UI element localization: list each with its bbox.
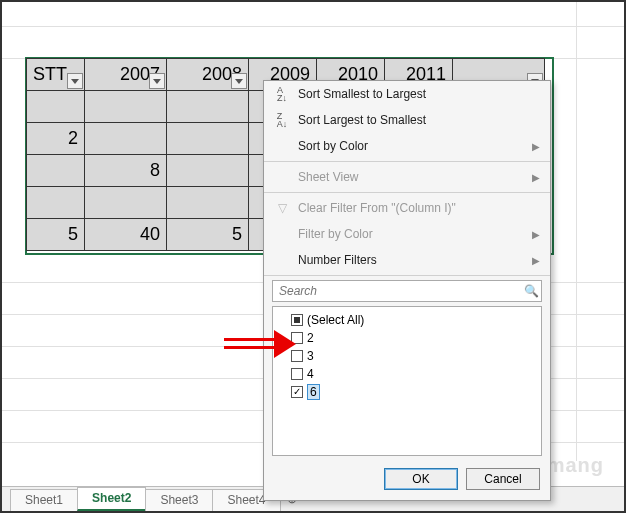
tab-sheet2[interactable]: Sheet2 <box>77 487 146 511</box>
submenu-arrow-icon: ▶ <box>532 141 540 152</box>
filter-option[interactable]: 3 <box>277 347 537 365</box>
submenu-arrow-icon: ▶ <box>532 255 540 266</box>
filter-dropdown-icon[interactable] <box>231 73 247 89</box>
filter-option[interactable]: 4 <box>277 365 537 383</box>
sort-desc-icon: ZA↓ <box>272 112 292 128</box>
sort-asc-item[interactable]: AZ↓ Sort Smallest to Largest <box>264 81 550 107</box>
filter-dropdown-icon[interactable] <box>67 73 83 89</box>
separator <box>264 275 550 276</box>
checkbox-checked-icon[interactable] <box>291 386 303 398</box>
select-all-row[interactable]: (Select All) <box>277 311 537 329</box>
filter-value-list[interactable]: (Select All) 2 3 4 6 <box>272 306 542 456</box>
checkbox-mixed-icon[interactable] <box>291 314 303 326</box>
filter-option[interactable]: 2 <box>277 329 537 347</box>
checkbox-icon[interactable] <box>291 350 303 362</box>
number-filters-item[interactable]: Number Filters ▶ <box>264 247 550 273</box>
sort-by-color-item[interactable]: Sort by Color ▶ <box>264 133 550 159</box>
filter-dropdown-icon[interactable] <box>149 73 165 89</box>
filter-by-color-item: Filter by Color ▶ <box>264 221 550 247</box>
checkbox-icon[interactable] <box>291 332 303 344</box>
separator <box>264 161 550 162</box>
submenu-arrow-icon: ▶ <box>532 229 540 240</box>
tab-sheet3[interactable]: Sheet3 <box>145 489 213 511</box>
search-input[interactable] <box>273 284 521 298</box>
sheet-view-item: Sheet View ▶ <box>264 164 550 190</box>
submenu-arrow-icon: ▶ <box>532 172 540 183</box>
clear-filter-item: ▽ Clear Filter From "(Column I)" <box>264 195 550 221</box>
tab-sheet1[interactable]: Sheet1 <box>10 489 78 511</box>
cancel-button[interactable]: Cancel <box>466 468 540 490</box>
separator <box>264 192 550 193</box>
col-2007[interactable]: 2007 <box>85 59 167 91</box>
col-label: STT <box>33 64 67 84</box>
ok-button[interactable]: OK <box>384 468 458 490</box>
autofilter-dropdown: AZ↓ Sort Smallest to Largest ZA↓ Sort La… <box>263 80 551 501</box>
col-2008[interactable]: 2008 <box>167 59 249 91</box>
filter-option-selected[interactable]: 6 <box>277 383 537 401</box>
checkbox-icon[interactable] <box>291 368 303 380</box>
filter-search[interactable]: 🔍 <box>272 280 542 302</box>
col-stt[interactable]: STT <box>27 59 85 91</box>
clear-filter-icon: ▽ <box>272 201 292 215</box>
sort-asc-icon: AZ↓ <box>272 86 292 102</box>
sort-desc-item[interactable]: ZA↓ Sort Largest to Smallest <box>264 107 550 133</box>
search-icon: 🔍 <box>521 284 541 298</box>
